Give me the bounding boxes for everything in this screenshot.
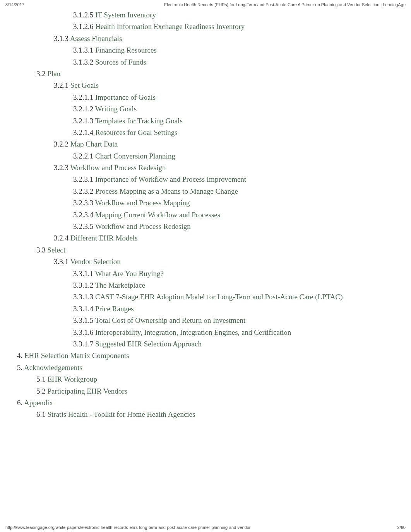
toc-link[interactable]: Acknowledgements [24, 363, 82, 372]
toc-number: 3.2.1.3 [73, 117, 95, 125]
toc-link[interactable]: Suggested EHR Selection Approach [95, 340, 202, 348]
toc-number: 3.1.3 [54, 34, 70, 43]
toc-number: 3.3.1.6 [73, 328, 95, 336]
toc-link[interactable]: IT System Inventory [95, 11, 156, 19]
toc-number: 3.2.3.1 [73, 175, 95, 183]
toc-row: 3.3.1.3 CAST 7-Stage EHR Adoption Model … [5, 291, 406, 303]
toc-link[interactable]: Chart Conversion Planning [95, 152, 175, 160]
toc-row: 3.2.1.3 Templates for Tracking Goals [5, 115, 406, 127]
toc-number: 3.2.1 [54, 81, 70, 89]
toc-link[interactable]: Importance of Goals [95, 93, 156, 101]
toc-row: 3.2.4 Different EHR Models [5, 232, 406, 244]
page: 8/14/2017 Electronic Health Records (EHR… [0, 0, 411, 532]
toc-link[interactable]: Map Chart Data [70, 140, 118, 148]
toc-number: 3.3 [36, 246, 48, 254]
table-of-contents: 3.1.2.5 IT System Inventory3.1.2.6 Healt… [5, 9, 406, 421]
toc-link[interactable]: Sources of Funds [95, 58, 146, 66]
toc-row: 3.1.3.2 Sources of Funds [5, 56, 406, 68]
toc-number: 3.3.1.1 [73, 269, 95, 278]
toc-link[interactable]: Interoperability, Integration, Integrati… [95, 328, 291, 336]
toc-link[interactable]: Price Ranges [95, 305, 134, 313]
toc-link[interactable]: Vendor Selection [70, 257, 120, 266]
toc-number: 3.3.1.5 [73, 316, 95, 324]
toc-number: 4. [17, 351, 24, 360]
toc-row: 3.2.3 Workflow and Process Redesign [5, 162, 406, 174]
toc-link[interactable]: Importance of Workflow and Process Impro… [95, 175, 246, 183]
print-footer: http://www.leadingage.org/white-papers/e… [5, 525, 406, 530]
toc-link[interactable]: Assess Financials [70, 34, 122, 43]
toc-link[interactable]: Total Cost of Ownership and Return on In… [95, 316, 246, 324]
toc-number: 3.2.3.4 [73, 211, 95, 219]
toc-link[interactable]: Templates for Tracking Goals [95, 117, 183, 125]
toc-row: 3.3.1.6 Interoperability, Integration, I… [5, 327, 406, 338]
toc-link[interactable]: Health Information Exchange Readiness In… [95, 22, 245, 31]
toc-row: 3.3.1 Vendor Selection [5, 256, 406, 268]
toc-link[interactable]: Writing Goals [95, 105, 137, 113]
toc-link[interactable]: Process Mapping as a Means to Manage Cha… [95, 187, 238, 195]
toc-row: 3.2.3.3 Workflow and Process Mapping [5, 197, 406, 209]
toc-row: 3.2.1.4 Resources for Goal Settings [5, 127, 406, 138]
toc-link[interactable]: Different EHR Models [70, 234, 138, 242]
print-title: Electronic Health Records (EHRs) for Lon… [164, 2, 406, 7]
toc-number: 5.1 [36, 375, 48, 383]
toc-row: 3.2.1 Set Goals [5, 80, 406, 91]
toc-link[interactable]: Financing Resources [95, 46, 157, 54]
toc-row: 3.2.2 Map Chart Data [5, 138, 406, 150]
toc-row: 6. Appendix [5, 397, 406, 409]
toc-row: 3.1.3.1 Financing Resources [5, 44, 406, 56]
toc-number: 3.2.2.1 [73, 152, 95, 160]
toc-number: 6.1 [36, 410, 48, 418]
toc-row: 3.2.3.4 Mapping Current Workflow and Pro… [5, 209, 406, 221]
toc-link[interactable]: EHR Selection Matrix Components [24, 351, 129, 360]
toc-link[interactable]: Mapping Current Workflow and Processes [95, 211, 220, 219]
toc-row: 3.3.1.2 The Marketplace [5, 280, 406, 291]
toc-link[interactable]: Set Goals [70, 81, 99, 89]
toc-row: 3.1.2.5 IT System Inventory [5, 9, 406, 21]
toc-link[interactable]: What Are You Buying? [95, 269, 164, 278]
toc-number: 3.2.3.3 [73, 199, 95, 207]
toc-link[interactable]: Workflow and Process Redesign [70, 164, 166, 172]
toc-number: 3.2.2 [54, 140, 70, 148]
print-url: http://www.leadingage.org/white-papers/e… [5, 525, 250, 530]
toc-number: 3.2.3.2 [73, 187, 95, 195]
toc-link[interactable]: Resources for Goal Settings [95, 128, 178, 136]
print-page-number: 2/60 [397, 525, 406, 530]
toc-number: 3.1.2.5 [73, 11, 95, 19]
toc-link[interactable]: The Marketplace [95, 281, 145, 289]
toc-row: 3.2.1.2 Writing Goals [5, 103, 406, 115]
toc-link[interactable]: Workflow and Process Redesign [95, 222, 191, 230]
toc-number: 3.2.4 [54, 234, 70, 242]
toc-link[interactable]: Participating EHR Vendors [48, 387, 128, 395]
toc-row: 6.1 Stratis Health - Toolkit for Home He… [5, 409, 406, 420]
toc-row: 3.3.1.1 What Are You Buying? [5, 268, 406, 280]
toc-link[interactable]: Plan [48, 70, 61, 78]
toc-row: 3.3.1.4 Price Ranges [5, 303, 406, 315]
toc-number: 6. [17, 399, 24, 407]
print-date: 8/14/2017 [5, 2, 24, 7]
toc-row: 5.1 EHR Workgroup [5, 373, 406, 385]
toc-link[interactable]: Workflow and Process Mapping [95, 199, 190, 207]
toc-row: 3.3.1.5 Total Cost of Ownership and Retu… [5, 315, 406, 326]
toc-number: 3.3.1.2 [73, 281, 95, 289]
toc-number: 3.1.2.6 [73, 22, 95, 31]
toc-number: 3.2 [36, 70, 48, 78]
toc-link[interactable]: Stratis Health - Toolkit for Home Health… [48, 410, 195, 418]
print-header: 8/14/2017 Electronic Health Records (EHR… [5, 0, 406, 9]
toc-row: 3.2.3.2 Process Mapping as a Means to Ma… [5, 186, 406, 197]
toc-link[interactable]: Appendix [24, 399, 53, 407]
toc-number: 3.2.1.1 [73, 93, 95, 101]
toc-number: 3.3.1.7 [73, 340, 95, 348]
toc-number: 5.2 [36, 387, 48, 395]
toc-link[interactable]: CAST 7-Stage EHR Adoption Model for Long… [95, 293, 343, 301]
toc-row: 5. Acknowledgements [5, 362, 406, 373]
toc-number: 5. [17, 363, 24, 372]
toc-row: 3.1.3 Assess Financials [5, 33, 406, 44]
toc-number: 3.2.3.5 [73, 222, 95, 230]
toc-number: 3.3.1.3 [73, 293, 95, 301]
toc-link[interactable]: Select [48, 246, 65, 254]
toc-link[interactable]: EHR Workgroup [48, 375, 97, 383]
toc-row: 3.2.3.5 Workflow and Process Redesign [5, 221, 406, 232]
toc-number: 3.1.3.1 [73, 46, 95, 54]
toc-row: 3.3 Select [5, 244, 406, 256]
toc-number: 3.1.3.2 [73, 58, 95, 66]
